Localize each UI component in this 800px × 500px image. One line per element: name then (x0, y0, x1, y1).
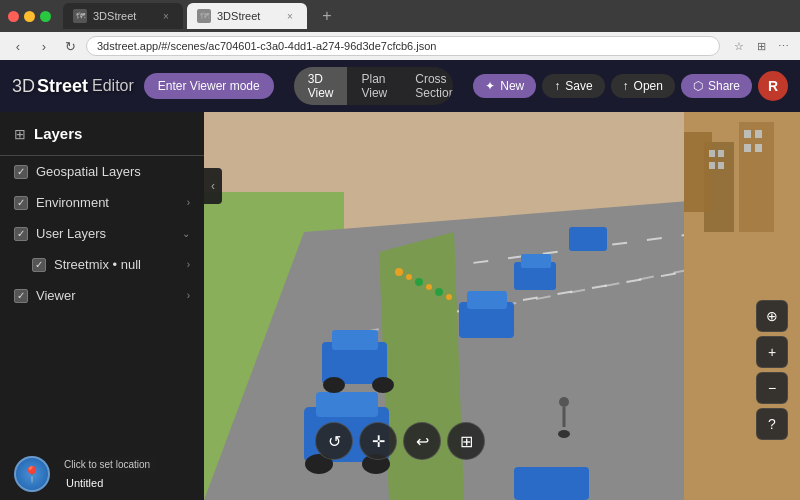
tab-plan-view[interactable]: Plan View (347, 67, 401, 105)
tab-favicon-1: 🗺 (73, 9, 87, 23)
scene-canvas (204, 112, 800, 500)
bottom-toolbar: ↺ ✛ ↩ ⊞ (315, 422, 485, 460)
browser-tab-1[interactable]: 🗺 3DStreet × (63, 3, 183, 29)
tab-label-1: 3DStreet (93, 10, 136, 22)
panel-header: ⊞ Layers (0, 112, 204, 156)
panel-title: Layers (34, 125, 82, 142)
svg-rect-16 (744, 130, 751, 138)
address-text: 3dstreet.app/#/scenes/ac704601-c3a0-4dd1… (97, 40, 436, 52)
svg-point-27 (372, 377, 394, 393)
browser-chrome: 🗺 3DStreet × 🗺 3DStreet × + ‹ › ↻ 3dstre… (0, 0, 800, 60)
location-text: Click to set location Untitled (58, 457, 156, 492)
layers-panel: ⊞ Layers ✓ Geospatial Layers ✓ Environme… (0, 112, 204, 500)
svg-rect-29 (467, 291, 507, 309)
location-badge: 📍 Click to set location Untitled (14, 456, 156, 492)
svg-rect-32 (569, 227, 607, 251)
viewer-mode-button[interactable]: Enter Viewer mode (144, 73, 274, 99)
nav-icons: ☆ ⊞ ⋯ (730, 37, 792, 55)
svg-point-42 (558, 430, 570, 438)
tab-close-1[interactable]: × (159, 9, 173, 23)
new-tab-button[interactable]: + (315, 4, 339, 28)
nav-bar: ‹ › ↻ 3dstreet.app/#/scenes/ac704601-c3a… (0, 32, 800, 60)
svg-rect-18 (744, 144, 751, 152)
right-controls: ⊕ + − ? (756, 300, 788, 440)
user-avatar[interactable]: R (758, 71, 788, 101)
traffic-lights (8, 11, 51, 22)
open-button[interactable]: ↑ Open (611, 74, 675, 98)
layer-viewer[interactable]: ✓ Viewer › (0, 280, 204, 311)
layer-check-viewer[interactable]: ✓ (14, 289, 28, 303)
svg-point-34 (395, 268, 403, 276)
curve-tool[interactable]: ↩ (403, 422, 441, 460)
scale-tool[interactable]: ⊞ (447, 422, 485, 460)
minimize-window-btn[interactable] (24, 11, 35, 22)
svg-rect-17 (755, 130, 762, 138)
tab-favicon-2: 🗺 (197, 9, 211, 23)
layer-arrow-streetmix: › (187, 259, 190, 270)
rotate-tool[interactable]: ↺ (315, 422, 353, 460)
address-bar[interactable]: 3dstreet.app/#/scenes/ac704601-c3a0-4dd1… (86, 36, 720, 56)
location-click-text[interactable]: Click to set location (58, 457, 156, 472)
layer-arrow-environment: › (187, 197, 190, 208)
share-icon: ⬡ (693, 79, 703, 93)
tab-label-2: 3DStreet (217, 10, 260, 22)
zoom-out-button[interactable]: − (756, 372, 788, 404)
svg-rect-13 (718, 150, 724, 157)
view-tabs: 3D View Plan View Cross Section (294, 67, 454, 105)
layer-streetmix[interactable]: ✓ Streetmix • null › (0, 249, 204, 280)
bookmark-icon[interactable]: ☆ (730, 37, 748, 55)
maximize-window-btn[interactable] (40, 11, 51, 22)
svg-rect-19 (755, 144, 762, 152)
save-icon: ↑ (554, 79, 560, 93)
location-icon[interactable]: 📍 (14, 456, 50, 492)
layer-check-geospatial[interactable]: ✓ (14, 165, 28, 179)
tab-cross-section[interactable]: Cross Section (401, 67, 453, 105)
share-label: Share (708, 79, 740, 93)
layer-environment[interactable]: ✓ Environment › (0, 187, 204, 218)
layer-arrow-viewer: › (187, 290, 190, 301)
settings-icon[interactable]: ⋯ (774, 37, 792, 55)
svg-rect-14 (709, 162, 715, 169)
forward-button[interactable]: › (34, 36, 54, 56)
location-name[interactable]: Untitled (58, 474, 156, 492)
extensions-icon[interactable]: ⊞ (752, 37, 770, 55)
svg-rect-15 (718, 162, 724, 169)
svg-rect-21 (316, 392, 378, 417)
logo-editor: Editor (92, 77, 134, 95)
layer-check-user-layers[interactable]: ✓ (14, 227, 28, 241)
compass-button[interactable]: ⊕ (756, 300, 788, 332)
tab-close-2[interactable]: × (283, 9, 297, 23)
layer-check-environment[interactable]: ✓ (14, 196, 28, 210)
svg-rect-10 (739, 122, 774, 232)
svg-point-26 (323, 377, 345, 393)
app-logo: 3D Street Editor (12, 76, 134, 97)
logo-street: Street (37, 76, 88, 97)
tab-3d-view[interactable]: 3D View (294, 67, 348, 105)
help-button[interactable]: ? (756, 408, 788, 440)
panel-collapse-button[interactable]: ‹ (204, 168, 222, 204)
save-button[interactable]: ↑ Save (542, 74, 604, 98)
layer-check-streetmix[interactable]: ✓ (32, 258, 46, 272)
layer-label-user-layers: User Layers (36, 226, 174, 241)
close-window-btn[interactable] (8, 11, 19, 22)
svg-rect-31 (521, 254, 551, 268)
reload-button[interactable]: ↻ (60, 36, 80, 56)
new-button[interactable]: ✦ New (473, 74, 536, 98)
layer-user-layers[interactable]: ✓ User Layers ⌄ (0, 218, 204, 249)
move-tool[interactable]: ✛ (359, 422, 397, 460)
layer-geospatial[interactable]: ✓ Geospatial Layers (0, 156, 204, 187)
zoom-in-button[interactable]: + (756, 336, 788, 368)
svg-rect-25 (332, 330, 378, 350)
svg-rect-12 (709, 150, 715, 157)
back-button[interactable]: ‹ (8, 36, 28, 56)
layer-label-streetmix: Streetmix • null (54, 257, 179, 272)
layer-label-geospatial: Geospatial Layers (36, 164, 190, 179)
svg-point-39 (446, 294, 452, 300)
svg-point-35 (406, 274, 412, 280)
svg-rect-33 (514, 467, 589, 500)
svg-point-37 (426, 284, 432, 290)
share-button[interactable]: ⬡ Share (681, 74, 752, 98)
app-header: 3D Street Editor Enter Viewer mode 3D Vi… (0, 60, 800, 112)
header-actions: ✦ New ↑ Save ↑ Open ⬡ Share R (473, 71, 788, 101)
browser-tab-2[interactable]: 🗺 3DStreet × (187, 3, 307, 29)
